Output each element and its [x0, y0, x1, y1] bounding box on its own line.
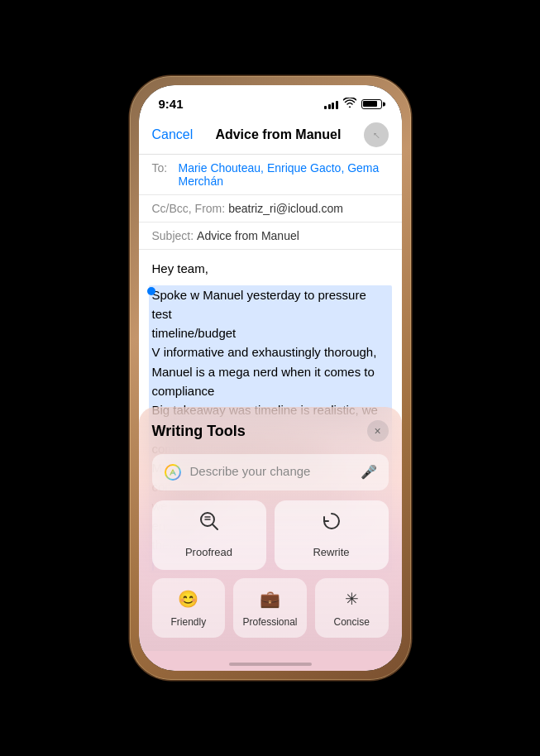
close-button[interactable]: ×: [367, 420, 389, 442]
close-icon: ×: [374, 423, 380, 440]
tool-row-1: Proofread Rewrite: [152, 500, 389, 571]
svg-point-0: [165, 465, 180, 480]
concise-button[interactable]: ✳ Concise: [315, 578, 389, 638]
tone-row: 😊 Friendly 💼 Professional ✳ Concise: [152, 578, 389, 638]
concise-icon: ✳: [345, 586, 359, 611]
mic-icon[interactable]: 🎤: [361, 462, 377, 482]
describe-placeholder[interactable]: Describe your change: [190, 462, 352, 481]
signal-icon: [324, 99, 338, 109]
friendly-button[interactable]: 😊 Friendly: [152, 578, 226, 638]
friendly-label: Friendly: [170, 615, 206, 629]
send-arrow-icon: ↑: [369, 128, 382, 141]
to-field: To: Marie Chouteau, Enrique Gacto, Gema …: [139, 155, 402, 195]
status-bar: 9:41: [139, 85, 402, 116]
cc-field: Cc/Bcc, From: beatriz_ri@icloud.com: [139, 195, 402, 222]
phone-inner: 9:41: [139, 85, 402, 671]
professional-icon: 💼: [260, 586, 280, 611]
proofread-label: Proofread: [185, 544, 232, 561]
status-time: 9:41: [159, 97, 184, 111]
subject-value[interactable]: Advice from Manuel: [197, 229, 299, 242]
body-line5: compliance: [152, 381, 389, 400]
writing-tools-title: Writing Tools: [152, 420, 246, 443]
rewrite-button[interactable]: Rewrite: [275, 500, 389, 571]
concise-label: Concise: [334, 615, 370, 629]
home-bar: [229, 663, 312, 666]
cancel-button[interactable]: Cancel: [152, 127, 194, 142]
friendly-icon: 😊: [178, 586, 198, 611]
describe-input[interactable]: Describe your change 🎤: [152, 454, 389, 490]
writing-tools-icon: [164, 463, 182, 481]
home-indicator: [139, 651, 402, 671]
status-icons: [324, 98, 382, 110]
screen: 9:41: [139, 85, 402, 671]
writing-tools-panel: Writing Tools ×: [139, 407, 402, 652]
proofread-button[interactable]: Proofread: [152, 500, 266, 571]
phone-frame: 9:41: [130, 76, 411, 680]
body-line4: Manuel is a mega nerd when it comes to: [152, 362, 389, 381]
rewrite-icon: [321, 510, 342, 539]
subject-field: Subject: Advice from Manuel: [139, 222, 402, 250]
writing-tools-header: Writing Tools ×: [152, 420, 389, 443]
professional-button[interactable]: 💼 Professional: [233, 578, 307, 638]
battery-icon: [361, 99, 382, 109]
body-line2: timeline/budget: [152, 323, 389, 342]
cc-label: Cc/Bcc, From:: [152, 202, 226, 215]
email-toolbar: Cancel Advice from Manuel ↑: [139, 116, 402, 155]
subject-label: Subject:: [152, 229, 194, 242]
email-body[interactable]: Hey team, Spoke w Manuel yesterday to pr…: [139, 250, 402, 651]
email-header: Cancel Advice from Manuel ↑ To: Marie Ch…: [139, 116, 402, 250]
svg-line-3: [213, 524, 217, 529]
to-label: To:: [152, 161, 175, 175]
professional-label: Professional: [242, 615, 297, 629]
body-line1: Spoke w Manuel yesterday to pressure tes…: [152, 285, 389, 324]
proofread-icon: [198, 510, 220, 539]
email-greeting: Hey team,: [152, 260, 389, 279]
cc-value: beatriz_ri@icloud.com: [228, 202, 343, 215]
email-title: Advice from Manuel: [215, 127, 341, 142]
send-button[interactable]: ↑: [364, 122, 389, 147]
to-recipients[interactable]: Marie Chouteau, Enrique Gacto, Gema Merc…: [179, 161, 389, 188]
body-line3: V informative and exhaustingly thorough,: [152, 342, 389, 361]
rewrite-label: Rewrite: [313, 544, 349, 561]
wifi-icon: [343, 98, 356, 110]
